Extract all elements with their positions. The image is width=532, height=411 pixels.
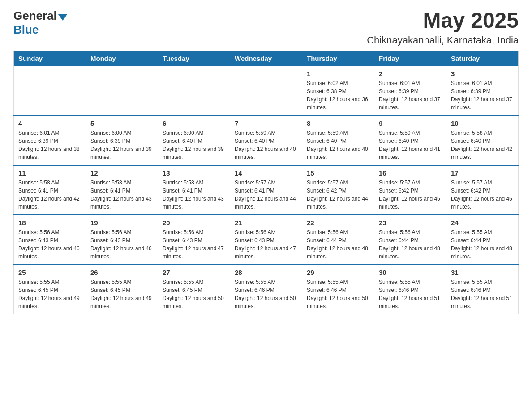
day-number: 5 <box>90 120 153 127</box>
calendar-cell: 4Sunrise: 6:01 AMSunset: 6:39 PMDaylight… <box>14 116 86 165</box>
day-number: 14 <box>235 169 297 177</box>
calendar-cell: 11Sunrise: 5:58 AMSunset: 6:41 PMDayligh… <box>14 165 86 215</box>
day-number: 16 <box>379 169 442 177</box>
calendar-cell: 22Sunrise: 5:56 AMSunset: 6:44 PMDayligh… <box>302 215 374 265</box>
calendar-week-row: 11Sunrise: 5:58 AMSunset: 6:41 PMDayligh… <box>14 165 519 215</box>
calendar-cell: 21Sunrise: 5:56 AMSunset: 6:43 PMDayligh… <box>230 215 302 265</box>
calendar-cell: 17Sunrise: 5:57 AMSunset: 6:42 PMDayligh… <box>446 165 519 215</box>
calendar-cell: 25Sunrise: 5:55 AMSunset: 6:45 PMDayligh… <box>14 265 86 314</box>
logo-arrow-icon <box>58 14 67 21</box>
day-info: Sunrise: 5:56 AMSunset: 6:43 PMDaylight:… <box>18 228 81 261</box>
day-info: Sunrise: 6:01 AMSunset: 6:39 PMDaylight:… <box>18 129 81 161</box>
day-info: Sunrise: 5:55 AMSunset: 6:45 PMDaylight:… <box>163 278 225 310</box>
day-info: Sunrise: 6:02 AMSunset: 6:38 PMDaylight:… <box>307 79 369 111</box>
calendar-week-row: 1Sunrise: 6:02 AMSunset: 6:38 PMDaylight… <box>14 66 519 116</box>
calendar-cell: 24Sunrise: 5:55 AMSunset: 6:44 PMDayligh… <box>446 215 519 265</box>
day-number: 13 <box>163 169 225 177</box>
day-number: 26 <box>90 269 153 276</box>
day-info: Sunrise: 5:55 AMSunset: 6:46 PMDaylight:… <box>379 278 442 310</box>
day-info: Sunrise: 5:57 AMSunset: 6:42 PMDaylight:… <box>451 179 514 211</box>
day-info: Sunrise: 5:56 AMSunset: 6:44 PMDaylight:… <box>307 228 369 261</box>
day-number: 8 <box>307 120 369 127</box>
calendar-cell: 3Sunrise: 6:01 AMSunset: 6:39 PMDaylight… <box>446 66 519 116</box>
col-header-tuesday: Tuesday <box>158 51 230 66</box>
day-info: Sunrise: 5:59 AMSunset: 6:40 PMDaylight:… <box>235 129 297 161</box>
day-info: Sunrise: 5:55 AMSunset: 6:46 PMDaylight:… <box>235 278 297 310</box>
calendar-cell: 19Sunrise: 5:56 AMSunset: 6:43 PMDayligh… <box>86 215 158 265</box>
calendar-table: SundayMondayTuesdayWednesdayThursdayFrid… <box>13 51 519 314</box>
calendar-cell: 13Sunrise: 5:58 AMSunset: 6:41 PMDayligh… <box>158 165 230 215</box>
calendar-week-row: 18Sunrise: 5:56 AMSunset: 6:43 PMDayligh… <box>14 215 519 265</box>
calendar-subtitle: Chiknayakanhalli, Karnataka, India <box>367 34 519 46</box>
day-info: Sunrise: 5:56 AMSunset: 6:44 PMDaylight:… <box>379 228 442 261</box>
day-info: Sunrise: 5:59 AMSunset: 6:40 PMDaylight:… <box>307 129 369 161</box>
day-number: 30 <box>379 269 442 276</box>
calendar-cell: 26Sunrise: 5:55 AMSunset: 6:45 PMDayligh… <box>86 265 158 314</box>
day-info: Sunrise: 5:55 AMSunset: 6:46 PMDaylight:… <box>307 278 369 310</box>
calendar-cell: 9Sunrise: 5:59 AMSunset: 6:40 PMDaylight… <box>374 116 446 165</box>
calendar-cell: 8Sunrise: 5:59 AMSunset: 6:40 PMDaylight… <box>302 116 374 165</box>
day-info: Sunrise: 5:55 AMSunset: 6:44 PMDaylight:… <box>451 228 514 261</box>
calendar-cell: 1Sunrise: 6:02 AMSunset: 6:38 PMDaylight… <box>302 66 374 116</box>
day-number: 31 <box>451 269 514 276</box>
calendar-cell: 23Sunrise: 5:56 AMSunset: 6:44 PMDayligh… <box>374 215 446 265</box>
col-header-saturday: Saturday <box>446 51 519 66</box>
calendar-cell: 18Sunrise: 5:56 AMSunset: 6:43 PMDayligh… <box>14 215 86 265</box>
day-number: 11 <box>18 169 81 177</box>
day-info: Sunrise: 5:58 AMSunset: 6:40 PMDaylight:… <box>451 129 514 161</box>
calendar-cell: 7Sunrise: 5:59 AMSunset: 6:40 PMDaylight… <box>230 116 302 165</box>
day-number: 27 <box>163 269 225 276</box>
day-info: Sunrise: 6:00 AMSunset: 6:39 PMDaylight:… <box>90 129 153 161</box>
day-info: Sunrise: 6:01 AMSunset: 6:39 PMDaylight:… <box>451 79 514 111</box>
calendar-week-row: 4Sunrise: 6:01 AMSunset: 6:39 PMDaylight… <box>14 116 519 165</box>
calendar-cell <box>230 66 302 116</box>
day-number: 24 <box>451 219 514 227</box>
calendar-title: May 2025 <box>367 9 519 33</box>
day-info: Sunrise: 5:55 AMSunset: 6:45 PMDaylight:… <box>90 278 153 310</box>
day-number: 18 <box>18 219 81 227</box>
day-number: 21 <box>235 219 297 227</box>
calendar-cell <box>14 66 86 116</box>
col-header-thursday: Thursday <box>302 51 374 66</box>
page-header: General Blue May 2025 Chiknayakanhalli, … <box>13 9 519 46</box>
day-number: 17 <box>451 169 514 177</box>
calendar-cell: 2Sunrise: 6:01 AMSunset: 6:39 PMDaylight… <box>374 66 446 116</box>
day-info: Sunrise: 5:57 AMSunset: 6:42 PMDaylight:… <box>307 179 369 211</box>
logo-general-text: General <box>13 9 57 23</box>
day-number: 25 <box>18 269 81 276</box>
calendar-cell: 29Sunrise: 5:55 AMSunset: 6:46 PMDayligh… <box>302 265 374 314</box>
day-number: 9 <box>379 120 442 127</box>
day-number: 28 <box>235 269 297 276</box>
day-number: 15 <box>307 169 369 177</box>
day-info: Sunrise: 5:56 AMSunset: 6:43 PMDaylight:… <box>90 228 153 261</box>
calendar-header-row: SundayMondayTuesdayWednesdayThursdayFrid… <box>14 51 519 66</box>
col-header-monday: Monday <box>86 51 158 66</box>
day-info: Sunrise: 5:58 AMSunset: 6:41 PMDaylight:… <box>18 179 81 211</box>
logo: General Blue <box>13 9 67 37</box>
day-number: 19 <box>90 219 153 227</box>
calendar-cell: 10Sunrise: 5:58 AMSunset: 6:40 PMDayligh… <box>446 116 519 165</box>
day-info: Sunrise: 5:56 AMSunset: 6:43 PMDaylight:… <box>163 228 225 261</box>
day-number: 23 <box>379 219 442 227</box>
calendar-cell <box>86 66 158 116</box>
calendar-cell: 5Sunrise: 6:00 AMSunset: 6:39 PMDaylight… <box>86 116 158 165</box>
day-info: Sunrise: 6:00 AMSunset: 6:40 PMDaylight:… <box>163 129 225 161</box>
calendar-cell: 31Sunrise: 5:55 AMSunset: 6:46 PMDayligh… <box>446 265 519 314</box>
day-info: Sunrise: 5:58 AMSunset: 6:41 PMDaylight:… <box>90 179 153 211</box>
day-number: 6 <box>163 120 225 127</box>
calendar-cell <box>158 66 230 116</box>
title-block: May 2025 Chiknayakanhalli, Karnataka, In… <box>367 9 519 46</box>
day-number: 22 <box>307 219 369 227</box>
calendar-cell: 27Sunrise: 5:55 AMSunset: 6:45 PMDayligh… <box>158 265 230 314</box>
day-number: 20 <box>163 219 225 227</box>
day-number: 1 <box>307 70 369 77</box>
day-info: Sunrise: 5:55 AMSunset: 6:45 PMDaylight:… <box>18 278 81 310</box>
calendar-cell: 6Sunrise: 6:00 AMSunset: 6:40 PMDaylight… <box>158 116 230 165</box>
calendar-cell: 16Sunrise: 5:57 AMSunset: 6:42 PMDayligh… <box>374 165 446 215</box>
day-info: Sunrise: 5:55 AMSunset: 6:46 PMDaylight:… <box>451 278 514 310</box>
calendar-week-row: 25Sunrise: 5:55 AMSunset: 6:45 PMDayligh… <box>14 265 519 314</box>
day-info: Sunrise: 5:59 AMSunset: 6:40 PMDaylight:… <box>379 129 442 161</box>
calendar-cell: 15Sunrise: 5:57 AMSunset: 6:42 PMDayligh… <box>302 165 374 215</box>
calendar-cell: 28Sunrise: 5:55 AMSunset: 6:46 PMDayligh… <box>230 265 302 314</box>
day-number: 7 <box>235 120 297 127</box>
